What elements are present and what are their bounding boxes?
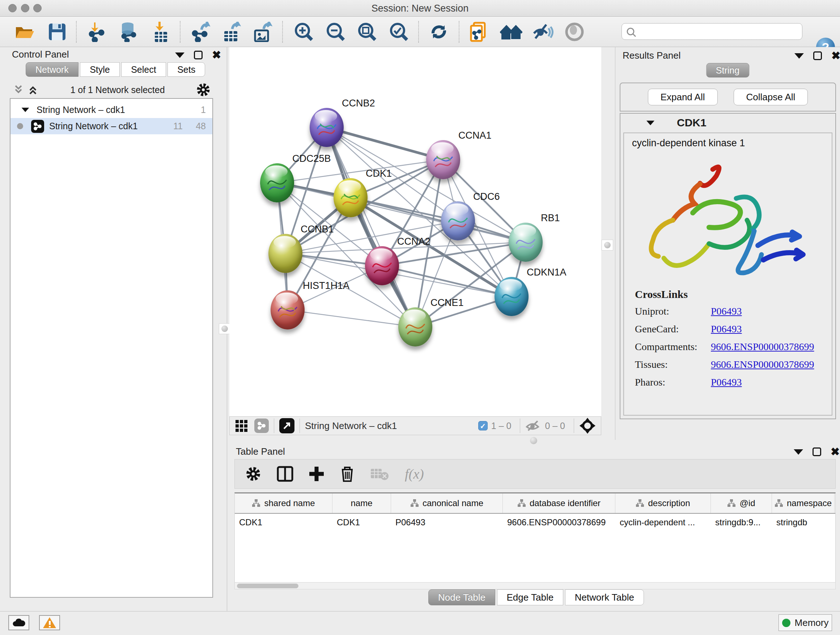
gene-section-header[interactable]: CDK1 bbox=[621, 114, 835, 132]
zoom-fit-button[interactable] bbox=[354, 20, 380, 43]
network-node-cdc25b[interactable] bbox=[260, 163, 294, 203]
memory-button[interactable]: Memory bbox=[778, 614, 832, 631]
collapse-triangle-icon[interactable] bbox=[22, 108, 29, 112]
clone-network-button[interactable] bbox=[466, 20, 493, 43]
network-canvas[interactable]: CCNB2CCNA1CDC25BCDK1CDC6RB1CCNB1CCNA2CDK… bbox=[229, 47, 601, 416]
apply-layout-button[interactable] bbox=[426, 20, 452, 43]
scrollbar-thumb[interactable] bbox=[237, 584, 298, 588]
table-cell[interactable]: P06493 bbox=[391, 514, 503, 532]
export-network-button[interactable] bbox=[188, 20, 214, 43]
panel-menu-icon[interactable] bbox=[794, 53, 804, 59]
network-node-ccnb2[interactable] bbox=[309, 108, 344, 147]
crosslink-row: GeneCard:P06493 bbox=[635, 323, 814, 335]
tab-style[interactable]: Style bbox=[80, 62, 120, 77]
delete-column-icon[interactable] bbox=[340, 465, 355, 483]
tab-select[interactable]: Select bbox=[121, 62, 166, 77]
share-icon[interactable] bbox=[254, 418, 269, 433]
columns-icon[interactable] bbox=[277, 466, 294, 482]
zoom-selected-button[interactable] bbox=[386, 20, 412, 43]
panel-close-icon[interactable]: ✖ bbox=[831, 51, 840, 60]
export-image-button[interactable] bbox=[249, 20, 275, 43]
column-header--id[interactable]: @id bbox=[711, 494, 772, 513]
crosslink-link[interactable]: P06493 bbox=[711, 377, 814, 388]
network-node-cdk1[interactable] bbox=[333, 178, 368, 217]
network-node-ccna1[interactable] bbox=[426, 140, 460, 179]
table-header-row: shared namenamecanonical namedatabase id… bbox=[235, 494, 835, 514]
save-session-button[interactable] bbox=[44, 20, 70, 43]
table-cell[interactable]: CDK1 bbox=[235, 514, 332, 532]
network-collection-row[interactable]: String Network – cdk1 1 bbox=[11, 102, 212, 118]
network-node-ccnb1[interactable] bbox=[268, 234, 302, 273]
open-in-window-icon[interactable] bbox=[279, 418, 294, 433]
network-node-cdc6[interactable] bbox=[441, 201, 475, 241]
table-cell[interactable]: CDK1 bbox=[332, 514, 391, 532]
panel-menu-icon[interactable] bbox=[794, 449, 803, 455]
crosshair-icon[interactable] bbox=[579, 417, 596, 434]
group-nodes-button[interactable] bbox=[498, 20, 524, 43]
tab-network-table[interactable]: Network Table bbox=[565, 589, 644, 605]
tab-network[interactable]: Network bbox=[26, 62, 79, 77]
network-node-rb1[interactable] bbox=[508, 223, 543, 262]
column-header-namespace[interactable]: namespace bbox=[772, 494, 835, 513]
column-header-name[interactable]: name bbox=[332, 494, 391, 513]
table-cell[interactable]: stringdb bbox=[772, 514, 835, 532]
expand-all-chevron-icon[interactable] bbox=[13, 84, 25, 95]
panel-float-icon[interactable] bbox=[813, 51, 822, 60]
tab-string[interactable]: String bbox=[706, 63, 749, 78]
tab-edge-table[interactable]: Edge Table bbox=[497, 589, 564, 605]
expand-all-button[interactable]: Expand All bbox=[648, 89, 718, 105]
export-table-button[interactable] bbox=[218, 20, 245, 43]
right-splitter-handle[interactable] bbox=[602, 240, 613, 250]
network-node-ccne1[interactable] bbox=[398, 307, 432, 347]
import-network-database-button[interactable] bbox=[115, 20, 141, 43]
add-column-icon[interactable] bbox=[309, 466, 325, 482]
hide-selected-button[interactable] bbox=[530, 20, 556, 43]
crosslink-link[interactable]: P06493 bbox=[711, 323, 814, 335]
panel-menu-icon[interactable] bbox=[175, 52, 185, 58]
gear-icon[interactable] bbox=[245, 466, 262, 482]
crosslink-link[interactable]: 9606.ENSP00000378699 bbox=[711, 341, 814, 353]
warnings-button[interactable] bbox=[39, 615, 60, 630]
network-node-ccna2[interactable] bbox=[365, 246, 399, 285]
panel-float-icon[interactable] bbox=[194, 51, 202, 59]
table-cell[interactable]: cyclin-dependent ... bbox=[615, 514, 711, 532]
tab-sets[interactable]: Sets bbox=[167, 62, 205, 77]
network-node-cdkn1a[interactable] bbox=[494, 277, 529, 316]
node-table[interactable]: shared namenamecanonical namedatabase id… bbox=[234, 492, 836, 582]
column-header-database-identifier[interactable]: database identifier bbox=[503, 494, 615, 513]
collapse-all-button[interactable]: Collapse All bbox=[734, 89, 808, 105]
zoom-out-button[interactable] bbox=[323, 20, 349, 43]
table-cell[interactable]: 9606.ENSP00000378699 bbox=[503, 514, 615, 532]
column-header-canonical-name[interactable]: canonical name bbox=[391, 494, 503, 513]
import-network-file-button[interactable] bbox=[84, 20, 110, 43]
column-header-shared-name[interactable]: shared name bbox=[235, 494, 332, 513]
open-session-button[interactable] bbox=[11, 20, 38, 43]
selected-checkbox[interactable]: ✓ bbox=[478, 421, 488, 431]
gear-icon[interactable] bbox=[196, 82, 211, 97]
panel-float-icon[interactable] bbox=[813, 448, 821, 456]
network-row[interactable]: String Network – cdk1 11 48 bbox=[11, 118, 212, 134]
network-node-hist1h1a[interactable] bbox=[271, 290, 305, 329]
cloud-button[interactable] bbox=[8, 615, 29, 630]
memory-status-dot bbox=[782, 619, 790, 627]
collapse-all-chevron-icon[interactable] bbox=[27, 84, 39, 95]
horizontal-splitter-handle[interactable] bbox=[530, 437, 537, 444]
grid-icon[interactable] bbox=[235, 418, 249, 433]
table-horizontal-scrollbar[interactable] bbox=[234, 582, 836, 589]
import-table-file-button[interactable] bbox=[148, 20, 174, 43]
show-graphics-details-button[interactable] bbox=[561, 20, 587, 43]
section-collapse-icon[interactable] bbox=[646, 120, 654, 125]
table-cell[interactable]: stringdb:9... bbox=[711, 514, 772, 532]
left-splitter-handle[interactable] bbox=[219, 323, 231, 334]
panel-close-icon[interactable]: ✖ bbox=[831, 448, 840, 456]
table-row[interactable]: CDK1CDK1P064939606.ENSP00000378699cyclin… bbox=[235, 514, 835, 532]
column-header-description[interactable]: description bbox=[615, 494, 711, 513]
tab-node-table[interactable]: Node Table bbox=[428, 589, 495, 605]
crosslink-link[interactable]: 9606.ENSP00000378699 bbox=[711, 359, 814, 371]
panel-close-icon[interactable]: ✖ bbox=[212, 51, 221, 59]
crosslink-link[interactable]: P06493 bbox=[711, 306, 814, 317]
search-input[interactable] bbox=[638, 25, 798, 38]
column-type-icon bbox=[775, 499, 783, 508]
zoom-in-button[interactable] bbox=[291, 20, 317, 43]
function-builder-icon: f(x) bbox=[405, 466, 424, 482]
